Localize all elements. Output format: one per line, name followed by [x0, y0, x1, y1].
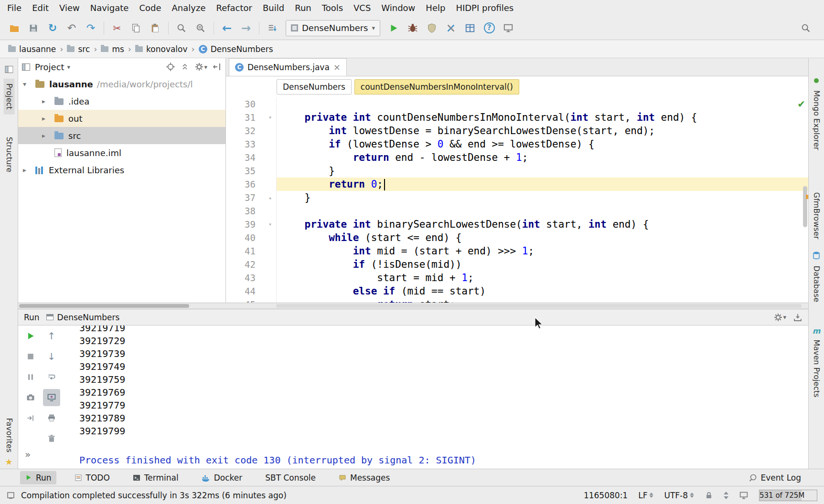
tree-expand-arrow-icon[interactable]: ▾ — [23, 80, 35, 88]
menu-item-window[interactable]: Window — [376, 0, 420, 16]
code-line-45[interactable]: 45 return start; — [226, 298, 808, 303]
navigate-back-button[interactable]: ← — [217, 19, 236, 38]
resize-arrows-icon[interactable] — [724, 492, 728, 499]
tool-tab-docker[interactable]: Docker — [197, 471, 247, 484]
mongo-leaf-icon[interactable] — [814, 78, 819, 83]
console-output[interactable]: 3921971939219729392197393921974939219759… — [79, 326, 804, 469]
menu-item-run[interactable]: Run — [289, 0, 317, 16]
editor-horizontal-scrollbar[interactable] — [276, 304, 802, 308]
inspections-ok-icon[interactable]: ✔ — [797, 98, 805, 110]
code-line-41[interactable]: 41 int mid = (start + end) >>> 1; — [226, 244, 808, 258]
open-folder-button[interactable] — [5, 19, 24, 38]
sidebar-tab-project[interactable]: Project — [3, 79, 14, 115]
code-line-40[interactable]: 40 while (start <= end) { — [226, 231, 808, 244]
breadcrumb-item-konovalov[interactable]: konovalov — [134, 44, 189, 54]
code-line-42[interactable]: 42 if (!isDense(mid)) — [226, 258, 808, 271]
tree-row--idea[interactable]: ▸.idea — [18, 93, 225, 110]
navigate-forward-button[interactable]: → — [236, 19, 256, 38]
code-area[interactable]: 3031▾ private int countDenseNumbersInMon… — [226, 97, 808, 303]
tree-collapse-arrow-icon[interactable]: ▸ — [42, 97, 54, 105]
tree-row-lausanne-iml[interactable]: lausanne.iml — [18, 144, 225, 161]
search-everywhere-button[interactable] — [796, 19, 815, 38]
breadcrumb-item-ms[interactable]: ms — [99, 44, 125, 54]
maven-icon[interactable]: m — [813, 326, 821, 336]
tree-collapse-arrow-icon[interactable]: ▸ — [23, 166, 35, 174]
run-tab-densenumbers[interactable]: DenseNumbers — [46, 313, 120, 322]
cut-button[interactable]: ✂ — [107, 19, 127, 38]
code-line-32[interactable]: 32 int lowestDense = binarySearchLowestD… — [226, 124, 808, 137]
run-configuration-selector[interactable]: DenseNumbers ▾ — [286, 20, 380, 36]
code-line-31[interactable]: 31▾ private int countDenseNumbersInMonoI… — [226, 111, 808, 124]
breadcrumb-item-densenumbers[interactable]: CDenseNumbers — [197, 44, 275, 54]
editor-breadcrumb-class[interactable]: DenseNumbers — [277, 79, 352, 94]
synchronize-button[interactable]: ↻ — [43, 19, 62, 38]
code-line-39[interactable]: 39▾ private int binarySearchLowestDense(… — [226, 218, 808, 231]
tool-tab-terminal[interactable]: Terminal — [128, 471, 183, 484]
sidebar-tab-structure[interactable]: Structure — [4, 137, 13, 172]
paste-button[interactable] — [146, 19, 165, 38]
run-settings-button[interactable]: ▾ — [773, 313, 786, 322]
stop-button[interactable] — [22, 348, 39, 365]
project-panel-title[interactable]: Project — [35, 62, 64, 72]
code-line-37[interactable]: 37▴ } — [226, 191, 808, 204]
tree-collapse-arrow-icon[interactable]: ▸ — [42, 115, 54, 122]
memory-indicator[interactable]: 531 of 725M — [759, 490, 817, 501]
sidebar-tab-favorites[interactable]: Favorites — [4, 418, 13, 452]
menu-item-view[interactable]: View — [54, 0, 85, 16]
code-line-36[interactable]: 36 return 0; — [226, 178, 808, 191]
tool-tab-todo[interactable]: TODO — [70, 471, 115, 484]
screen-reader-button[interactable] — [739, 491, 749, 500]
pause-button[interactable] — [22, 368, 39, 386]
attach-console-button[interactable] — [22, 410, 39, 427]
encoding-widget[interactable]: UTF-8 — [664, 491, 694, 500]
help-button[interactable]: ? — [480, 19, 499, 38]
code-line-43[interactable]: 43 start = mid + 1; — [226, 271, 808, 284]
project-horizontal-scrollbar[interactable] — [19, 304, 189, 308]
collapse-all-button[interactable] — [180, 62, 190, 72]
readonly-lock-button[interactable] — [705, 491, 713, 500]
sidebar-tab-database[interactable]: Database — [812, 266, 821, 302]
sidebar-tab-gfmbrowser[interactable]: GfmBrowser — [812, 192, 821, 239]
menu-item-analyze[interactable]: Analyze — [167, 0, 211, 16]
scroll-to-end-button[interactable] — [43, 389, 60, 406]
code-line-38[interactable]: 38 — [226, 204, 808, 218]
tool-tab-run[interactable]: Run — [20, 471, 56, 484]
undo-button[interactable]: ↶ — [62, 19, 81, 38]
tree-row-out[interactable]: ▸out — [18, 110, 225, 127]
menu-item-navigate[interactable]: Navigate — [85, 0, 134, 16]
sidebar-tab-maven-projects[interactable]: Maven Projects — [812, 339, 821, 397]
debug-button[interactable] — [403, 19, 422, 38]
menu-item-code[interactable]: Code — [134, 0, 166, 16]
menu-item-refactor[interactable]: Refactor — [211, 0, 257, 16]
panel-settings-button[interactable]: ▾ — [194, 62, 207, 72]
breadcrumb-item-src[interactable]: src — [65, 44, 91, 54]
table-view-button[interactable] — [460, 19, 480, 38]
menu-item-file[interactable]: File — [2, 0, 27, 16]
code-line-44[interactable]: 44 else if (mid == start) — [226, 284, 808, 298]
fold-marker-icon[interactable]: ▴ — [264, 191, 277, 204]
event-log-button[interactable]: Event Log — [749, 473, 801, 483]
menu-item-edit[interactable]: Edit — [27, 0, 54, 16]
database-icon[interactable] — [813, 252, 820, 262]
print-button[interactable] — [43, 410, 60, 427]
locate-file-button[interactable] — [166, 62, 175, 72]
caret-position-widget[interactable]: 1165080:1 — [584, 491, 628, 500]
code-line-35[interactable]: 35 } — [226, 164, 808, 178]
copy-button[interactable] — [127, 19, 146, 38]
tree-row-root[interactable]: ▾ lausanne /media/work/projects/l — [18, 75, 225, 93]
tool-tab-messages[interactable]: Messages — [334, 471, 395, 484]
tree-collapse-arrow-icon[interactable]: ▸ — [42, 132, 54, 139]
code-line-34[interactable]: 34 return end - lowestDense + 1; — [226, 151, 808, 164]
fold-marker-icon[interactable]: ▾ — [264, 218, 277, 231]
dock-panel-button[interactable] — [793, 313, 803, 322]
more-actions-button[interactable]: » — [25, 449, 31, 460]
tree-row-src[interactable]: ▸src — [18, 127, 225, 144]
star-icon[interactable]: ★ — [5, 457, 12, 467]
close-icon[interactable]: × — [333, 63, 341, 72]
menu-item-vcs[interactable]: VCS — [348, 0, 376, 16]
down-stacktrace-button[interactable]: ↓ — [43, 348, 60, 365]
hide-panel-button[interactable] — [212, 62, 222, 72]
editor-breadcrumb-method[interactable]: countDenseNumbersInMonoInterval() — [354, 79, 519, 94]
chevron-down-icon[interactable]: ▾ — [67, 63, 71, 71]
menu-item-help[interactable]: Help — [420, 0, 450, 16]
